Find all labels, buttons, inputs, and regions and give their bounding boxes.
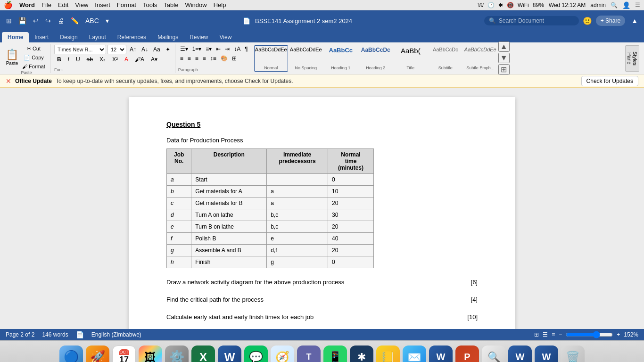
- show-formatting-btn[interactable]: ¶: [243, 45, 249, 53]
- dock-launchpad[interactable]: 🚀: [86, 346, 109, 362]
- styles-more-btn[interactable]: ⊞: [498, 64, 510, 75]
- styles-pane-button[interactable]: StylesPane: [625, 45, 639, 72]
- format-painter-btn[interactable]: 🖌 Format: [20, 63, 47, 70]
- dock-whatsapp[interactable]: 📱: [323, 346, 347, 362]
- style-heading2[interactable]: AaBbCcDc Heading 2: [359, 45, 393, 72]
- bold-btn[interactable]: B: [54, 55, 64, 64]
- spellcheck-btn[interactable]: ABC: [83, 16, 101, 25]
- font-size-select[interactable]: 12: [107, 45, 126, 54]
- strikethrough-btn[interactable]: ab: [84, 55, 96, 64]
- view-mode-icon[interactable]: 📄: [76, 331, 84, 338]
- styles-scroll-down[interactable]: ▼: [498, 53, 510, 63]
- align-left-btn[interactable]: ≡: [178, 54, 185, 63]
- decrease-indent-btn[interactable]: ⇤: [214, 45, 223, 53]
- dock-preview[interactable]: 🔍: [482, 346, 505, 362]
- view-icon-3[interactable]: ≡: [552, 331, 555, 338]
- align-center-btn[interactable]: ≡: [186, 54, 193, 63]
- tab-layout[interactable]: Layout: [83, 32, 112, 42]
- italic-btn[interactable]: I: [65, 55, 72, 64]
- tab-design[interactable]: Design: [54, 32, 83, 42]
- copy-btn[interactable]: 📄 Copy: [20, 54, 47, 62]
- line-spacing-btn[interactable]: ↕≡: [208, 54, 218, 63]
- dock-excel[interactable]: X: [191, 346, 215, 362]
- shading-btn[interactable]: 🎨: [219, 54, 230, 63]
- dock-teams[interactable]: T: [297, 346, 321, 362]
- tab-insert[interactable]: Insert: [29, 32, 54, 42]
- view-icon-1[interactable]: ⊞: [534, 331, 539, 338]
- dock-word-app3[interactable]: W: [535, 346, 558, 362]
- style-normal[interactable]: AaBbCcDdEe Normal: [254, 45, 288, 72]
- update-close-btn[interactable]: ✕: [6, 77, 11, 85]
- dock-word-app2[interactable]: W: [508, 346, 532, 362]
- dock-calendar[interactable]: OCT 17: [112, 346, 136, 362]
- tab-view[interactable]: View: [214, 32, 238, 42]
- tab-references[interactable]: References: [112, 32, 152, 42]
- menu-help[interactable]: Help: [214, 1, 226, 8]
- search-icon[interactable]: 🔍: [611, 2, 618, 8]
- menu-window[interactable]: Window: [185, 1, 206, 8]
- paste-btn[interactable]: 📋 Paste: [6, 49, 18, 66]
- align-right-btn[interactable]: ≡: [193, 54, 200, 63]
- styles-scroll-up[interactable]: ▲: [498, 41, 510, 52]
- dock-notefile[interactable]: 📒: [376, 346, 400, 362]
- view-icon-2[interactable]: ☰: [543, 331, 548, 338]
- dock-trash[interactable]: 🗑️: [561, 346, 585, 362]
- zoom-in-icon[interactable]: +: [617, 331, 620, 338]
- zoom-slider[interactable]: [566, 331, 613, 338]
- clear-format-btn[interactable]: ✦: [164, 45, 172, 54]
- edit-mode-btn[interactable]: ✏️: [68, 16, 81, 25]
- dock-mail[interactable]: ✉️: [403, 346, 426, 362]
- style-heading1[interactable]: AaBbCc Heading 1: [324, 45, 358, 72]
- dock-powerpoint[interactable]: P: [455, 346, 479, 362]
- control-center-icon[interactable]: ☰: [635, 2, 640, 8]
- collapse-ribbon-btn[interactable]: ▲: [629, 16, 640, 25]
- save-btn[interactable]: 💾: [16, 16, 29, 25]
- change-case-btn[interactable]: Aa: [151, 45, 162, 54]
- borders-btn[interactable]: ⊞: [230, 54, 239, 63]
- sort-btn[interactable]: ↕A: [232, 45, 242, 53]
- sidebar-toggle-btn[interactable]: ⊞: [4, 16, 14, 25]
- font-color-btn[interactable]: A: [122, 55, 131, 64]
- text-color-btn[interactable]: A▾: [148, 55, 160, 64]
- redo-btn[interactable]: ↪: [43, 16, 53, 25]
- menu-word[interactable]: Word: [19, 1, 35, 8]
- font-shrink-btn[interactable]: A↓: [140, 45, 150, 54]
- numbering-btn[interactable]: 1=▾: [190, 45, 204, 53]
- search-bar-container[interactable]: 🔍: [484, 16, 579, 25]
- print-btn[interactable]: 🖨: [55, 16, 66, 25]
- undo-btn[interactable]: ↩: [31, 16, 41, 25]
- check-updates-btn[interactable]: Check for Updates: [581, 76, 638, 86]
- highlight-btn[interactable]: 🖌A: [132, 55, 147, 64]
- style-title[interactable]: AaBb( Title: [394, 45, 428, 72]
- share-button[interactable]: + Share: [596, 16, 625, 26]
- tab-home[interactable]: Home: [2, 32, 29, 42]
- menu-view[interactable]: View: [75, 1, 88, 8]
- multilevel-btn[interactable]: ≡▾: [204, 45, 214, 53]
- tab-review[interactable]: Review: [184, 32, 214, 42]
- menu-format[interactable]: Format: [117, 1, 136, 8]
- style-subtle-emphasis[interactable]: AaBbCcDdEe Subtle Emph...: [463, 45, 497, 72]
- menu-file[interactable]: File: [41, 1, 51, 8]
- dock-bluetooth[interactable]: ✱: [350, 346, 373, 362]
- dock-photos[interactable]: 🖼: [139, 346, 162, 362]
- zoom-out-icon[interactable]: −: [559, 331, 562, 338]
- style-subtitle[interactable]: AaBbCcDc Subtitle: [429, 45, 462, 72]
- menu-table[interactable]: Table: [164, 1, 178, 8]
- font-name-select[interactable]: Times New R...: [54, 45, 106, 54]
- dock-safari[interactable]: 🧭: [271, 346, 294, 362]
- document-area[interactable]: Question 5 Data for Production Process J…: [0, 88, 644, 329]
- subscript-btn[interactable]: X₂: [97, 55, 108, 64]
- style-no-spacing[interactable]: AaBbCcDdEe No Spacing: [289, 45, 323, 72]
- justify-btn[interactable]: ≡: [201, 54, 208, 63]
- dock-settings[interactable]: ⚙️: [165, 346, 189, 362]
- superscript-btn[interactable]: X²: [109, 55, 121, 64]
- tab-mailings[interactable]: Mailings: [152, 32, 184, 42]
- search-document-input[interactable]: [499, 17, 574, 24]
- menu-insert[interactable]: Insert: [95, 1, 110, 8]
- dock-word-1[interactable]: W: [218, 346, 241, 362]
- menu-tools[interactable]: Tools: [143, 1, 157, 8]
- dock-wechat[interactable]: 💬: [244, 346, 268, 362]
- dock-word-app1[interactable]: W: [429, 346, 453, 362]
- underline-btn[interactable]: U: [73, 55, 83, 64]
- cut-btn[interactable]: ✂ Cut: [20, 45, 47, 53]
